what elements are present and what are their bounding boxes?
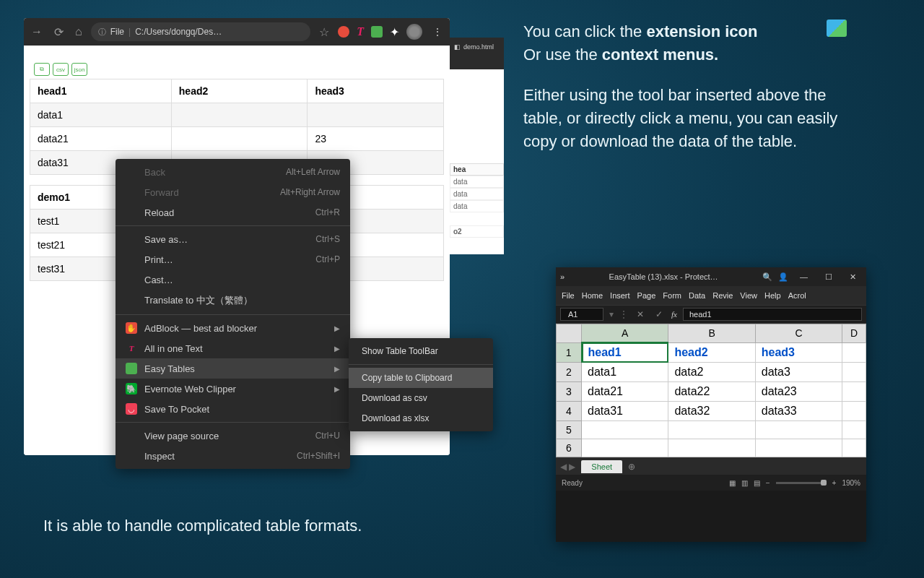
accept-icon[interactable]: ✓ (653, 309, 666, 319)
allinone-ext-icon[interactable]: T (357, 25, 364, 38)
excel-grid[interactable]: A B C D 1 head1 head2 head3 2 data1 data… (556, 324, 866, 457)
minimize-button[interactable]: — (794, 272, 814, 281)
zoom-level[interactable]: 190% (842, 479, 860, 487)
cell[interactable]: data1 (582, 363, 668, 382)
tab-nav-icon[interactable]: ◀ ▶ (560, 462, 575, 472)
ribbon-acrobat[interactable]: Acrol (788, 291, 806, 300)
cell[interactable] (582, 421, 668, 439)
view-normal-icon[interactable]: ▦ (729, 479, 736, 487)
ribbon-page[interactable]: Page (637, 291, 656, 300)
cell[interactable] (842, 342, 866, 363)
account-icon[interactable]: 👤 (778, 272, 788, 282)
json-button[interactable]: json (71, 63, 87, 76)
add-sheet-icon[interactable]: ⊕ (628, 462, 635, 472)
row-header[interactable]: 3 (557, 382, 582, 402)
profile-avatar-icon[interactable] (406, 24, 422, 40)
col-header[interactable]: B (668, 324, 755, 343)
copy-table-button[interactable]: ⧉ (34, 63, 50, 76)
ribbon-review[interactable]: Revie (712, 291, 733, 300)
cell[interactable]: data32 (668, 402, 755, 421)
cell[interactable]: head2 (668, 342, 755, 363)
cm-translate[interactable]: Translate to 中文（繁體） (116, 290, 350, 311)
cell[interactable]: data23 (755, 382, 842, 402)
close-button[interactable]: ✕ (844, 272, 862, 282)
row-header[interactable]: 5 (557, 421, 582, 439)
row-header[interactable]: 2 (557, 363, 582, 382)
search-icon[interactable]: 🔍 (762, 272, 772, 282)
sm-download-xlsx[interactable]: Download as xlsx (349, 408, 493, 428)
cell[interactable]: data3 (755, 363, 842, 382)
reload-icon[interactable]: ⟳ (51, 22, 66, 42)
formula-input[interactable]: head1 (683, 308, 862, 321)
csv-button[interactable]: csv (53, 63, 69, 76)
sm-copy-clipboard[interactable]: Copy table to Clipboard (349, 368, 493, 388)
cm-forward[interactable]: ForwardAlt+Right Arrow (116, 182, 350, 202)
cm-back[interactable]: BackAlt+Left Arrow (116, 162, 350, 182)
cell-reference[interactable]: A1 (560, 308, 603, 321)
cm-inspect[interactable]: InspectCtrl+Shift+I (116, 446, 350, 466)
ribbon-data[interactable]: Data (689, 291, 705, 300)
ribbon-home[interactable]: Home (582, 291, 603, 300)
ribbon-help[interactable]: Help (764, 291, 781, 300)
sheet-tab[interactable]: Sheet (581, 460, 622, 473)
view-layout-icon[interactable]: ▥ (741, 479, 748, 487)
cell[interactable] (842, 363, 866, 382)
ribbon-insert[interactable]: Insert (610, 291, 630, 300)
cm-easytables[interactable]: Easy Tables▶ (116, 358, 350, 379)
cm-print[interactable]: Print…Ctrl+P (116, 249, 350, 269)
easytables-ext-icon[interactable] (371, 26, 383, 38)
cell[interactable] (842, 382, 866, 402)
cell[interactable]: data33 (755, 402, 842, 421)
cell[interactable]: head1 (582, 342, 668, 363)
sm-download-csv[interactable]: Download as csv (349, 388, 493, 408)
select-all-corner[interactable] (557, 324, 582, 343)
puzzle-ext-icon[interactable]: ✦ (390, 25, 399, 39)
maximize-button[interactable]: ☐ (819, 272, 838, 282)
cm-adblock[interactable]: ✋AdBlock — best ad blocker▶ (116, 318, 350, 338)
ribbon-view[interactable]: View (740, 291, 757, 300)
cm-cast[interactable]: Cast… (116, 269, 350, 290)
cm-pocket[interactable]: ◡Save To Pocket (116, 399, 350, 419)
cell[interactable]: data22 (668, 382, 755, 402)
col-header[interactable]: C (755, 324, 842, 343)
address-bar[interactable]: ⓘ File | C:/Users/dongq/Des… (91, 22, 311, 41)
cell[interactable] (668, 439, 755, 457)
cell[interactable] (755, 421, 842, 439)
cell[interactable] (842, 402, 866, 421)
ribbon-file[interactable]: File (562, 291, 575, 300)
fx-icon[interactable]: fx (671, 310, 677, 319)
browser-menu-icon[interactable]: ⋮ (430, 26, 445, 38)
cell[interactable]: data2 (668, 363, 755, 382)
zoom-out-icon[interactable]: − (766, 479, 770, 487)
sm-show-toolbar[interactable]: Show Table ToolBar (349, 341, 493, 361)
cm-reload[interactable]: ReloadCtrl+R (116, 202, 350, 223)
zoom-in-icon[interactable]: + (832, 479, 837, 487)
cm-allinone[interactable]: TAll in one Text▶ (116, 338, 350, 358)
cm-saveas[interactable]: Save as…Ctrl+S (116, 229, 350, 249)
cell[interactable] (582, 439, 668, 457)
browser-tab[interactable]: ◧demo.html (450, 38, 504, 56)
cell[interactable] (842, 439, 866, 457)
cm-viewsource[interactable]: View page sourceCtrl+U (116, 426, 350, 446)
cell[interactable]: data21 (582, 382, 668, 402)
quickaccess-icon[interactable]: » (560, 272, 565, 281)
cell[interactable] (755, 439, 842, 457)
row-header[interactable]: 6 (557, 439, 582, 457)
star-icon[interactable]: ☆ (316, 22, 332, 42)
cell[interactable] (842, 421, 866, 439)
cell[interactable] (668, 421, 755, 439)
home-icon[interactable]: ⌂ (72, 22, 85, 41)
cell[interactable]: head3 (755, 342, 842, 363)
forward-icon[interactable]: → (28, 22, 45, 41)
row-header[interactable]: 1 (557, 342, 582, 363)
zoom-slider[interactable] (776, 482, 827, 484)
view-break-icon[interactable]: ▤ (754, 479, 760, 487)
col-header[interactable]: A (582, 324, 668, 343)
cm-evernote[interactable]: 🐘Evernote Web Clipper▶ (116, 379, 350, 399)
col-header[interactable]: D (842, 324, 866, 343)
adblock-ext-icon[interactable] (338, 26, 349, 38)
cell[interactable]: data31 (582, 402, 668, 421)
row-header[interactable]: 4 (557, 402, 582, 421)
cancel-icon[interactable]: ✕ (634, 309, 647, 319)
ribbon-form[interactable]: Form (663, 291, 681, 300)
